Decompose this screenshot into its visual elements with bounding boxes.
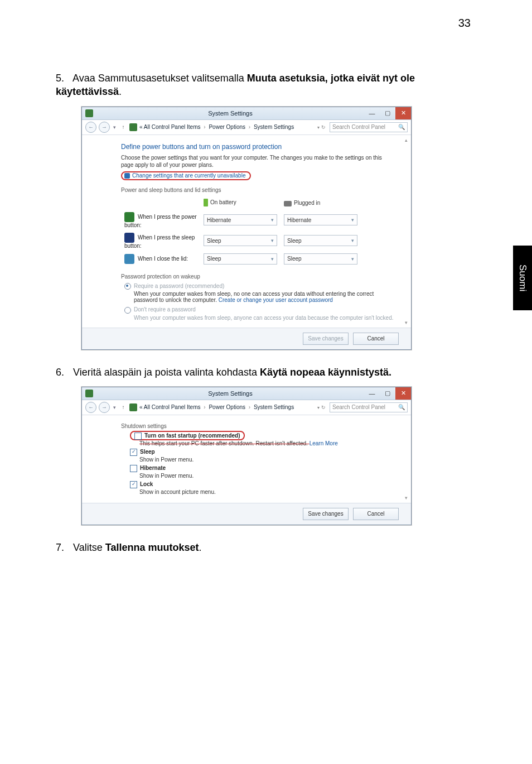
history-dropdown-icon[interactable]: ▾ bbox=[113, 124, 116, 130]
screenshot-window-2: System Settings — ▢ ✕ ← → ▾ ↑ « All Cont… bbox=[81, 387, 412, 525]
chevron-down-icon: ▾ bbox=[271, 217, 274, 223]
breadcrumb[interactable]: « All Control Panel Items › Power Option… bbox=[139, 404, 294, 410]
learn-more-link[interactable]: Learn More bbox=[309, 440, 338, 446]
sleep-button-icon bbox=[124, 233, 134, 243]
crumb-3[interactable]: System Settings bbox=[254, 404, 294, 410]
back-button[interactable]: ← bbox=[85, 402, 96, 413]
side-language-tab: Suomi bbox=[513, 246, 532, 310]
titlebar: System Settings — ▢ ✕ bbox=[82, 107, 411, 120]
step-5-number: 5. bbox=[56, 71, 70, 85]
screenshot-window-1: System Settings — ▢ ✕ ← → ▾ ↑ « All Cont… bbox=[81, 107, 412, 350]
sleep-checkbox[interactable] bbox=[130, 449, 137, 456]
page-heading: Define power buttons and turn on passwor… bbox=[121, 143, 395, 151]
row-label: When I press the sleep button: bbox=[124, 234, 195, 249]
lid-icon bbox=[124, 254, 134, 264]
minimize-button[interactable]: — bbox=[364, 107, 380, 119]
crumb-1[interactable]: All Control Panel Items bbox=[144, 124, 201, 130]
save-button[interactable]: Save changes bbox=[303, 508, 349, 520]
nav-row: ← → ▾ ↑ « All Control Panel Items › Powe… bbox=[82, 120, 411, 135]
footer: Save changes Cancel bbox=[82, 328, 411, 349]
chevron-down-icon: ▾ bbox=[351, 256, 354, 262]
footer: Save changes Cancel bbox=[82, 503, 411, 525]
step-7-text-bold: Tallenna muutokset bbox=[105, 542, 199, 553]
up-button[interactable]: ↑ bbox=[119, 404, 127, 410]
app-icon bbox=[85, 109, 93, 117]
step-6-text-a: Vieritä alaspäin ja poista valinta kohda… bbox=[73, 367, 260, 378]
change-settings-link-highlight[interactable]: Change settings that are currently unava… bbox=[121, 171, 251, 180]
breadcrumb[interactable]: « All Control Panel Items › Power Option… bbox=[139, 124, 294, 130]
change-settings-link[interactable]: Change settings that are currently unava… bbox=[132, 172, 245, 179]
search-placeholder: Search Control Panel bbox=[332, 124, 385, 130]
crumb-1[interactable]: All Control Panel Items bbox=[144, 404, 201, 410]
maximize-button[interactable]: ▢ bbox=[380, 107, 395, 119]
radio-require-label: Require a password (recommended) bbox=[134, 283, 224, 289]
chevron-down-icon: ▾ bbox=[271, 238, 274, 243]
location-icon bbox=[129, 123, 137, 131]
address-dropdown[interactable]: ▾ ↻ bbox=[317, 124, 326, 130]
maximize-button[interactable]: ▢ bbox=[380, 387, 395, 400]
hibernate-sub: Show in Power menu. bbox=[139, 473, 395, 479]
lock-checkbox[interactable] bbox=[130, 481, 137, 488]
crumb-2[interactable]: Power Options bbox=[209, 124, 245, 130]
sleep-battery-select[interactable]: Sleep▾ bbox=[204, 235, 277, 246]
crumb-2[interactable]: Power Options bbox=[209, 404, 245, 410]
radio-on-icon bbox=[124, 283, 131, 290]
back-button[interactable]: ← bbox=[85, 122, 96, 133]
address-dropdown[interactable]: ▾ ↻ bbox=[317, 405, 326, 410]
radio-require-password[interactable]: Require a password (recommended) bbox=[124, 283, 395, 290]
lock-sub: Show in account picture menu. bbox=[139, 489, 395, 495]
cancel-button[interactable]: Cancel bbox=[353, 333, 399, 345]
sleep-label: Sleep bbox=[140, 449, 155, 455]
search-input[interactable]: Search Control Panel 🔍 bbox=[330, 402, 408, 412]
search-icon: 🔍 bbox=[398, 124, 405, 130]
hibernate-checkbox[interactable] bbox=[130, 465, 137, 472]
power-button-icon bbox=[124, 212, 134, 222]
battery-icon: On battery bbox=[204, 199, 236, 206]
radio-no-password[interactable]: Don't require a password bbox=[124, 306, 395, 313]
step-5: 5. Avaa Sammutusasetukset valitsemalla M… bbox=[56, 71, 480, 99]
row-label: When I press the power button: bbox=[124, 214, 197, 228]
close-button[interactable]: ✕ bbox=[395, 387, 411, 400]
save-button[interactable]: Save changes bbox=[303, 333, 349, 345]
history-dropdown-icon[interactable]: ▾ bbox=[113, 405, 116, 410]
page-description: Choose the power settings that you want … bbox=[121, 154, 395, 169]
scroll-up-icon[interactable]: ▴ bbox=[405, 137, 408, 143]
chevron-down-icon: ▾ bbox=[351, 217, 354, 223]
close-button[interactable]: ✕ bbox=[395, 107, 411, 119]
fast-startup-highlight: Turn on fast startup (recommended) bbox=[130, 431, 245, 440]
lock-label: Lock bbox=[140, 481, 153, 487]
crumb-sep: › bbox=[204, 124, 205, 130]
up-button[interactable]: ↑ bbox=[119, 124, 127, 130]
nav-row: ← → ▾ ↑ « All Control Panel Items › Powe… bbox=[82, 400, 411, 415]
col-battery: On battery bbox=[210, 199, 236, 205]
scroll-down-icon[interactable]: ▾ bbox=[405, 320, 408, 325]
create-password-link[interactable]: Create or change your user account passw… bbox=[219, 297, 333, 303]
crumb-pre: « bbox=[139, 124, 143, 130]
power-battery-select[interactable]: Hibernate▾ bbox=[204, 214, 277, 225]
location-icon bbox=[129, 403, 137, 411]
plug-icon bbox=[284, 201, 292, 206]
fast-startup-checkbox[interactable] bbox=[134, 433, 142, 440]
lid-battery-select[interactable]: Sleep▾ bbox=[204, 253, 277, 265]
minimize-button[interactable]: — bbox=[364, 387, 380, 400]
shield-icon bbox=[124, 173, 130, 179]
chevron-down-icon: ▾ bbox=[351, 238, 354, 243]
crumb-3[interactable]: System Settings bbox=[254, 124, 294, 130]
search-input[interactable]: Search Control Panel 🔍 bbox=[330, 122, 408, 132]
crumb-pre: « bbox=[139, 404, 143, 410]
forward-button[interactable]: → bbox=[99, 402, 110, 413]
fast-startup-label: Turn on fast startup (recommended) bbox=[144, 433, 240, 439]
page-number: 33 bbox=[458, 17, 471, 30]
radio-off-icon bbox=[124, 307, 131, 314]
power-plugged-select[interactable]: Hibernate▾ bbox=[284, 214, 357, 225]
table-row: When I close the lid: Sleep▾ Sleep▾ bbox=[121, 251, 361, 267]
power-table: On battery Plugged in When I press the p… bbox=[121, 196, 361, 267]
col-plugged: Plugged in bbox=[294, 200, 320, 206]
cancel-button[interactable]: Cancel bbox=[353, 508, 399, 520]
sleep-plugged-select[interactable]: Sleep▾ bbox=[284, 235, 357, 246]
scroll-down-icon[interactable]: ▾ bbox=[405, 495, 408, 501]
lid-plugged-select[interactable]: Sleep▾ bbox=[284, 253, 357, 265]
group-password: Password protection on wakeup bbox=[121, 273, 395, 280]
chevron-down-icon: ▾ bbox=[271, 256, 274, 262]
forward-button[interactable]: → bbox=[99, 122, 110, 133]
